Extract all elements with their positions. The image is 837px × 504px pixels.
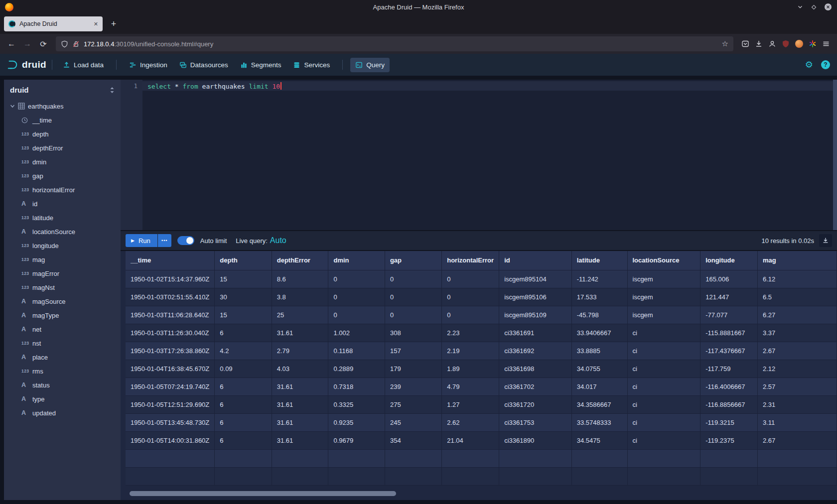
cell[interactable]: 6 <box>215 431 272 449</box>
schema-column-latitude[interactable]: 123 latitude <box>4 211 121 225</box>
cell[interactable]: 17.533 <box>571 288 627 306</box>
cell[interactable]: 31.61 <box>272 413 328 431</box>
cell[interactable]: 121.447 <box>700 288 758 306</box>
cell[interactable]: iscgem895109 <box>499 306 572 324</box>
cell[interactable]: 6 <box>215 395 272 413</box>
cell[interactable]: -119.2375 <box>700 431 758 449</box>
cell[interactable]: 33.5748333 <box>571 413 627 431</box>
cell[interactable]: 308 <box>385 324 441 342</box>
settings-gear-icon[interactable]: ⚙ <box>805 60 813 69</box>
bookmark-star-icon[interactable]: ☆ <box>722 39 728 48</box>
schema-column-magType[interactable]: A magType <box>4 308 121 322</box>
run-button[interactable]: ▶Run <box>126 234 157 247</box>
schema-column-__time[interactable]: __time <box>4 113 121 127</box>
cell[interactable]: 2.79 <box>272 342 328 360</box>
schema-column-place[interactable]: A place <box>4 350 121 364</box>
cell[interactable]: 1950-01-03T02:51:55.410Z <box>126 288 215 306</box>
cell[interactable]: 1.27 <box>442 395 499 413</box>
cell[interactable]: 0.7318 <box>328 378 385 395</box>
downloads-icon[interactable] <box>755 40 763 48</box>
nav-item-segments[interactable]: Segments <box>235 58 286 72</box>
cell[interactable]: 4.79 <box>442 378 499 395</box>
cell[interactable]: 0 <box>328 270 385 288</box>
schema-column-rms[interactable]: 123 rms <box>4 364 121 378</box>
cell[interactable]: 3.8 <box>272 288 328 306</box>
cell[interactable]: 6.27 <box>758 306 837 324</box>
schema-column-nst[interactable]: 123 nst <box>4 336 121 350</box>
cell[interactable]: 1950-01-03T11:26:30.040Z <box>126 324 215 342</box>
cell[interactable]: 245 <box>385 413 441 431</box>
cell[interactable]: 0 <box>328 288 385 306</box>
cell[interactable]: 34.3586667 <box>571 395 627 413</box>
cell[interactable]: iscgem895106 <box>499 288 572 306</box>
cell[interactable]: -117.759 <box>700 360 758 378</box>
cell[interactable]: 2.31 <box>758 395 837 413</box>
editor-scrollbar[interactable] <box>833 80 837 230</box>
column-header-gap[interactable]: gap <box>385 251 441 270</box>
schema-column-depthError[interactable]: 123 depthError <box>4 141 121 155</box>
cell[interactable]: 1950-01-04T16:38:45.670Z <box>126 360 215 378</box>
cell[interactable]: 2.19 <box>442 342 499 360</box>
cell[interactable]: ci <box>627 378 700 395</box>
cell[interactable]: 3.11 <box>758 413 837 431</box>
cell[interactable]: 15 <box>215 270 272 288</box>
cell[interactable]: 2.62 <box>442 413 499 431</box>
schema-column-gap[interactable]: 123 gap <box>4 169 121 183</box>
schema-column-id[interactable]: A id <box>4 197 121 211</box>
cell[interactable]: 31.61 <box>272 378 328 395</box>
cell[interactable]: -116.4006667 <box>700 378 758 395</box>
help-icon[interactable]: ? <box>821 60 830 69</box>
account-icon[interactable] <box>768 40 776 48</box>
tracking-protection-shield-icon[interactable] <box>61 40 68 48</box>
cell[interactable]: 0.3325 <box>328 395 385 413</box>
cell[interactable]: 0.2889 <box>328 360 385 378</box>
schema-column-magSource[interactable]: A magSource <box>4 294 121 308</box>
nav-item-services[interactable]: Services <box>288 58 335 72</box>
cell[interactable]: 0 <box>442 270 499 288</box>
cell[interactable]: 31.61 <box>272 324 328 342</box>
auto-limit-toggle[interactable] <box>177 236 194 245</box>
schema-column-horizontalError[interactable]: 123 horizontalError <box>4 183 121 197</box>
cell[interactable]: 0 <box>442 288 499 306</box>
profile-avatar[interactable] <box>795 40 803 48</box>
cell[interactable]: 1950-01-05T14:00:31.860Z <box>126 431 215 449</box>
cell[interactable]: ci <box>627 342 700 360</box>
cell[interactable]: 33.9406667 <box>571 324 627 342</box>
cell[interactable]: 354 <box>385 431 441 449</box>
horizontal-scrollbar[interactable] <box>130 491 396 496</box>
cell[interactable]: 2.67 <box>758 431 837 449</box>
cell[interactable]: 6.5 <box>758 288 837 306</box>
menu-hamburger-icon[interactable] <box>822 40 830 48</box>
cell[interactable]: 0 <box>385 288 441 306</box>
schema-column-locationSource[interactable]: A locationSource <box>4 225 121 239</box>
schema-column-mag[interactable]: 123 mag <box>4 252 121 266</box>
schema-column-net[interactable]: A net <box>4 322 121 336</box>
cell[interactable]: 1950-01-03T17:26:38.860Z <box>126 342 215 360</box>
cell[interactable]: 2.67 <box>758 342 837 360</box>
column-header-__time[interactable]: __time <box>126 251 215 270</box>
cell[interactable]: 4.2 <box>215 342 272 360</box>
cell[interactable]: ci3361753 <box>499 413 572 431</box>
cell[interactable]: 8.6 <box>272 270 328 288</box>
schema-column-longitude[interactable]: 123 longitude <box>4 239 121 252</box>
cell[interactable]: -45.798 <box>571 306 627 324</box>
tab-close-icon[interactable]: ✕ <box>94 21 98 27</box>
live-query-selector[interactable]: Auto <box>270 236 286 245</box>
cell[interactable]: 31.61 <box>272 431 328 449</box>
schema-column-magNst[interactable]: 123 magNst <box>4 280 121 294</box>
column-header-depth[interactable]: depth <box>215 251 272 270</box>
schema-column-magError[interactable]: 123 magError <box>4 266 121 280</box>
new-tab-button[interactable]: + <box>107 17 121 31</box>
cell[interactable]: ci <box>627 413 700 431</box>
column-header-dmin[interactable]: dmin <box>328 251 385 270</box>
cell[interactable]: 2.12 <box>758 360 837 378</box>
cell[interactable]: 1950-01-03T11:06:28.640Z <box>126 306 215 324</box>
cell[interactable]: -116.8856667 <box>700 395 758 413</box>
cell[interactable]: iscgem895104 <box>499 270 572 288</box>
reload-button[interactable]: ⟳ <box>36 36 51 51</box>
nav-item-query[interactable]: Query <box>350 58 390 72</box>
cell[interactable]: 21.04 <box>442 431 499 449</box>
cell[interactable]: ci3361692 <box>499 342 572 360</box>
cell[interactable]: 1950-01-05T13:45:48.730Z <box>126 413 215 431</box>
cell[interactable]: iscgem <box>627 288 700 306</box>
